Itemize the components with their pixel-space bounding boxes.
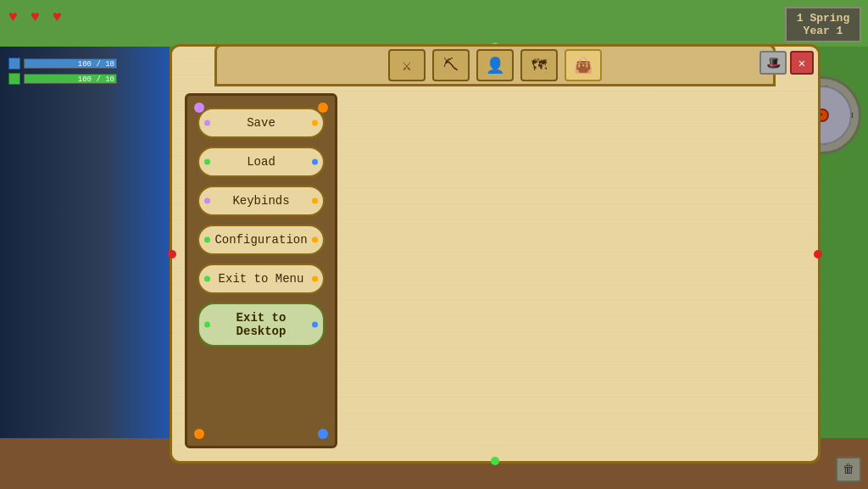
save-gem-left	[204, 120, 210, 126]
hp-bar: 100 / 10	[24, 58, 117, 69]
hp-icon	[8, 58, 20, 69]
date-line2: Year 1	[793, 25, 853, 37]
keybinds-button[interactable]: Keybinds	[198, 186, 325, 216]
date-display: 1 Spring Year 1	[785, 7, 861, 42]
xp-label: 100 / 10	[78, 75, 114, 85]
tab-harvest[interactable]: ⛏	[432, 49, 470, 81]
exit-desktop-gem-right	[312, 322, 318, 328]
gem-left	[168, 250, 176, 258]
menu-gem-bl	[194, 429, 204, 439]
save-gem-right	[312, 120, 318, 126]
menu-gem-br	[318, 429, 328, 439]
save-button[interactable]: Save	[198, 108, 325, 138]
xp-bar-row: 100 / 10	[8, 73, 117, 85]
xp-bar: 100 / 10	[24, 74, 117, 84]
panel-close-area: 🎩 ✕	[760, 51, 814, 75]
exit-menu-gem-right	[312, 276, 318, 282]
date-line1: 1 Spring	[793, 12, 853, 25]
panel-toolbar: ⚔ ⛏ 👤 🗺 👜	[214, 44, 776, 86]
exit-desktop-gem-left	[204, 322, 210, 328]
main-panel: ⚔ ⛏ 👤 🗺 👜 🎩 ✕ Save Load Keybinds	[170, 44, 821, 464]
load-gem-left	[204, 159, 210, 165]
exit-to-menu-button[interactable]: Exit to Menu	[198, 264, 325, 294]
tab-inventory[interactable]: 👜	[565, 49, 602, 81]
xp-icon	[8, 73, 20, 85]
hp-bar-row: 100 / 10	[8, 58, 117, 69]
config-gem-left	[204, 237, 210, 243]
close-button[interactable]: ✕	[790, 51, 814, 75]
config-gem-right	[312, 237, 318, 243]
trash-button[interactable]: 🗑	[836, 457, 861, 482]
grass-area	[0, 0, 868, 47]
heart-1	[8, 8, 27, 25]
hat-button[interactable]: 🎩	[760, 51, 787, 75]
keybinds-gem-left	[204, 198, 210, 204]
hearts-container	[8, 8, 71, 25]
gem-right	[814, 250, 822, 258]
keybinds-gem-right	[312, 198, 318, 204]
exit-to-desktop-button[interactable]: Exit to Desktop	[198, 303, 325, 347]
configuration-button[interactable]: Configuration	[198, 225, 325, 255]
left-shadow	[0, 47, 170, 438]
tab-character[interactable]: 👤	[476, 49, 514, 81]
load-gem-right	[312, 159, 318, 165]
gem-bottom	[491, 457, 499, 465]
hp-label: 100 / 10	[78, 59, 114, 69]
bars-container: 100 / 10 100 / 10	[8, 58, 117, 85]
tab-skills[interactable]: ⚔	[388, 49, 426, 81]
heart-3	[53, 8, 71, 25]
tab-map[interactable]: 🗺	[520, 49, 558, 81]
load-button[interactable]: Load	[198, 147, 325, 177]
menu-panel: Save Load Keybinds Configuration Exit to…	[185, 93, 337, 448]
exit-menu-gem-left	[204, 276, 210, 282]
heart-2	[31, 8, 49, 25]
